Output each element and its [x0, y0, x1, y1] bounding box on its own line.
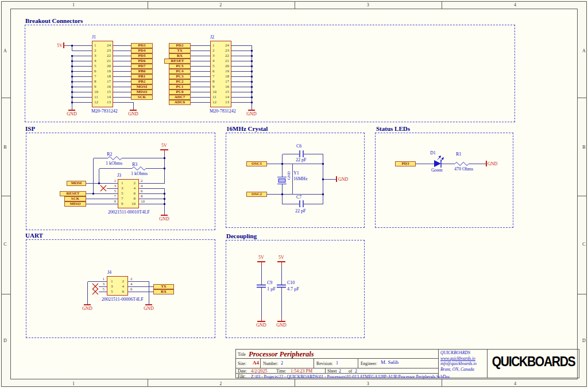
j2-designator[interactable]: J2 — [210, 34, 214, 40]
power-port-5v[interactable]: 5V — [157, 143, 172, 148]
c6-designator[interactable]: C6 — [296, 143, 301, 149]
net-port-rx[interactable]: RX — [153, 289, 174, 294]
j1-designator[interactable]: J1 — [92, 34, 96, 40]
engineer-value: M. Salih — [381, 360, 399, 365]
c6-value[interactable]: 22 pF — [296, 157, 306, 162]
pin-number-row: 34 — [118, 186, 138, 191]
pin-number-row: 1114 — [92, 95, 113, 99]
pin-number-row: 1015 — [92, 90, 113, 94]
power-port-gnd[interactable]: GND — [488, 161, 497, 166]
title-label: Title — [238, 352, 246, 357]
grid-col-label: 4 — [509, 381, 521, 386]
pin-designator: 10 — [141, 199, 149, 204]
net-port[interactable]: PC1 — [169, 84, 191, 90]
c7-value[interactable]: 22 pF — [295, 208, 305, 214]
power-port-gnd[interactable]: GND — [80, 306, 95, 311]
power-port-gnd[interactable]: GND — [126, 111, 141, 117]
net-port-sck[interactable]: SCK — [64, 196, 86, 201]
pin-number-row: 1114 — [211, 95, 231, 99]
net-port-pd3[interactable]: PD3 — [395, 161, 416, 166]
pin-number-row: 56 — [118, 191, 138, 196]
c9-value[interactable]: 1 µF — [267, 286, 276, 292]
power-port-5v[interactable]: 5V — [254, 255, 269, 260]
company-website-link[interactable]: www.quickboards.io — [440, 356, 477, 362]
net-port[interactable]: PB1 — [131, 74, 153, 79]
net-port[interactable]: RESET — [164, 59, 191, 64]
net-port[interactable]: MOSI — [131, 84, 153, 90]
net-port[interactable]: ADC6 — [169, 100, 191, 105]
net-port[interactable]: PC3 — [169, 74, 191, 79]
size-value: A4 — [253, 360, 259, 366]
pin-number-row: 322 — [211, 53, 231, 58]
c7-designator[interactable]: C7 — [296, 195, 301, 200]
power-port-gnd[interactable]: GND — [157, 216, 172, 222]
j2-part-number[interactable]: M20-7831242 — [210, 108, 236, 114]
net-port-reset[interactable]: RESET — [60, 191, 86, 196]
net-port-mosi[interactable]: MOSI — [67, 181, 86, 186]
c9-designator[interactable]: C9 — [267, 280, 272, 285]
net-port[interactable]: PD6 — [131, 59, 153, 64]
file-label: File: — [238, 374, 246, 379]
pin-designator: 7 — [108, 194, 116, 199]
r3-designator[interactable]: R3 — [132, 162, 137, 167]
net-port[interactable]: PC0 — [169, 90, 191, 95]
r2-value[interactable]: 1 kOhms — [106, 161, 122, 166]
net-port-miso[interactable]: MISO — [64, 201, 86, 207]
pin-number-row: 520 — [92, 64, 113, 68]
net-port-osc2[interactable]: OSC2 — [246, 192, 267, 197]
size-label: Size: — [238, 361, 246, 366]
net-port-tx[interactable]: TX — [153, 284, 174, 289]
date-value: 4/2/2025 — [251, 368, 267, 374]
power-port-gnd[interactable]: GND — [254, 323, 269, 328]
number-label: Number: — [263, 361, 278, 366]
section-title-status: Status LEDs — [376, 125, 410, 132]
net-port[interactable]: SCK — [131, 95, 153, 100]
net-port-osc1[interactable]: OSC1 — [246, 161, 267, 166]
net-port[interactable]: PD3 — [131, 43, 153, 48]
time-value: 1:54:23 PM — [291, 368, 312, 374]
power-port-gnd[interactable]: GND — [338, 177, 348, 182]
net-port[interactable]: PD2 — [169, 43, 191, 48]
net-port[interactable]: RX — [169, 53, 191, 59]
d1-designator[interactable]: D1 — [430, 150, 436, 156]
pin-number-row: 124 — [92, 43, 113, 48]
net-port[interactable]: PC2 — [169, 79, 191, 84]
c10-value[interactable]: 4.7 µF — [287, 286, 299, 292]
j1-part-number[interactable]: M20-7831242 — [91, 108, 118, 114]
net-port[interactable]: PB2 — [131, 79, 153, 84]
y1-value[interactable]: 16MHz — [293, 176, 307, 181]
j4-part-number[interactable]: 20021511-00006T4LF — [102, 297, 144, 302]
d1-value[interactable]: Green — [431, 168, 443, 173]
net-port[interactable]: PB0 — [131, 69, 153, 74]
j4-designator[interactable]: J4 — [107, 270, 111, 275]
power-port-gnd[interactable]: GND — [244, 111, 259, 117]
c10-designator[interactable]: C10 — [287, 280, 295, 285]
power-port-5v[interactable]: 5V — [53, 43, 63, 48]
j3-part-number[interactable]: 20021511-00010T4LF — [108, 209, 150, 215]
power-port-gnd[interactable]: GND — [274, 323, 289, 328]
net-port[interactable]: PC4 — [169, 69, 191, 74]
y1-designator[interactable]: Y1 — [293, 170, 299, 176]
net-port[interactable]: MISO — [131, 90, 153, 95]
net-port[interactable]: PD7 — [131, 64, 153, 69]
j3-designator[interactable]: J3 — [117, 173, 121, 178]
section-status-leds — [375, 133, 513, 228]
pin-number-row: 421 — [92, 59, 113, 63]
pin-number-row: 916 — [211, 84, 231, 89]
r2-designator[interactable]: R2 — [107, 152, 112, 157]
power-port-5v[interactable]: 5V — [274, 255, 289, 260]
power-port-gnd[interactable]: GND — [64, 111, 79, 117]
net-port[interactable]: PD5 — [131, 53, 153, 59]
grid-row-label: C — [2, 242, 9, 247]
net-port[interactable]: ADC7 — [169, 95, 191, 100]
net-port[interactable]: PC5 — [169, 64, 191, 69]
sheet-number: 2 — [339, 368, 341, 374]
net-port[interactable]: PD4 — [131, 48, 153, 53]
r3-value[interactable]: 1 kOhms — [131, 171, 148, 176]
power-port-gnd[interactable]: GND — [141, 306, 156, 311]
pin-designator: 4 — [141, 184, 149, 188]
r1-designator[interactable]: R1 — [456, 152, 461, 157]
r1-value[interactable]: 470 Ohms — [454, 166, 473, 172]
net-port[interactable]: TX — [169, 48, 191, 53]
pin-number-row: 1015 — [211, 90, 231, 94]
